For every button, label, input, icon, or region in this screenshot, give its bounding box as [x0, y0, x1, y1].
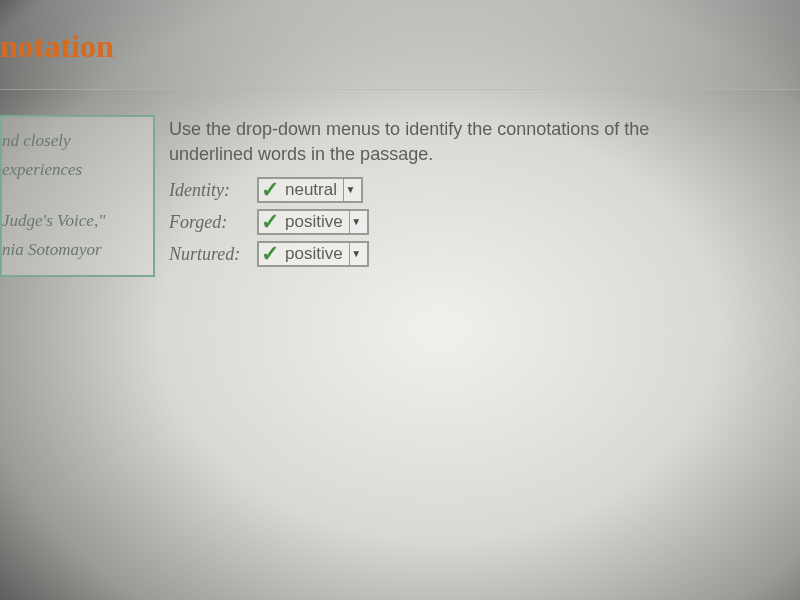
dropdown-forged[interactable]: ✓ positive ▼	[257, 209, 369, 235]
dropdown-arrow: ▼	[343, 179, 357, 201]
checkmark-icon: ✓	[261, 243, 279, 265]
answer-label: Nurtured:	[169, 242, 251, 267]
instruction-text: Use the drop-down menus to identify the …	[169, 117, 729, 167]
dropdown-arrow: ▼	[349, 211, 363, 233]
chevron-down-icon: ▼	[346, 183, 356, 197]
question-area: Use the drop-down menus to identify the …	[169, 115, 729, 277]
passage-line: Judge's Voice,"	[2, 207, 143, 236]
dropdown-value: positive	[285, 210, 347, 234]
dropdown-value: neutral	[285, 178, 341, 202]
checkmark-icon: ✓	[261, 179, 279, 201]
chevron-down-icon: ▼	[351, 215, 361, 229]
dropdown-arrow: ▼	[349, 243, 363, 265]
answer-row-nurtured: Nurtured: ✓ positive ▼	[169, 241, 729, 267]
checkmark-icon: ✓	[261, 211, 279, 233]
dropdown-nurtured[interactable]: ✓ positive ▼	[257, 241, 369, 267]
passage-line: nia Sotomayor	[2, 236, 143, 265]
passage-box: nd closely experiences Judge's Voice," n…	[0, 115, 155, 277]
dropdown-identity[interactable]: ✓ neutral ▼	[257, 177, 363, 203]
content-area: nd closely experiences Judge's Voice," n…	[0, 115, 729, 277]
answer-row-identity: Identity: ✓ neutral ▼	[169, 177, 729, 203]
page-title: notation	[0, 0, 800, 65]
spacer	[2, 185, 143, 207]
answer-label: Identity:	[169, 178, 251, 203]
header-bar: notation	[0, 0, 800, 90]
passage-line: experiences	[2, 156, 143, 185]
dropdown-value: positive	[285, 242, 347, 266]
passage-line: nd closely	[2, 127, 143, 156]
answer-label: Forged:	[169, 210, 251, 235]
answer-row-forged: Forged: ✓ positive ▼	[169, 209, 729, 235]
chevron-down-icon: ▼	[351, 247, 361, 261]
